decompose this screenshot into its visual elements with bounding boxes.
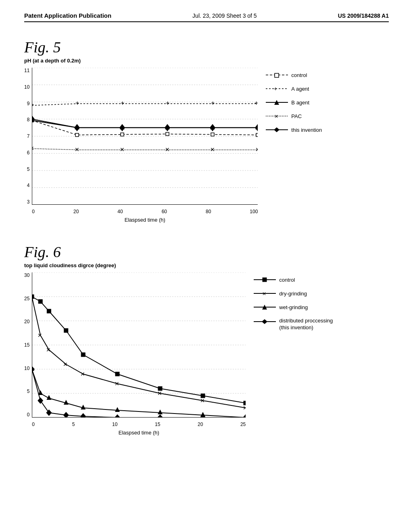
svg-rect-20 [211,133,214,136]
svg-text:✕: ✕ [255,146,258,153]
svg-marker-100 [63,412,69,418]
svg-text:✕: ✕ [165,146,170,153]
svg-text:✕: ✕ [157,390,162,397]
svg-text:✕: ✕ [32,293,34,300]
svg-rect-19 [166,133,169,136]
svg-text:+: + [32,101,34,108]
svg-text:✕: ✕ [120,146,125,153]
svg-text:✕: ✕ [115,380,119,387]
svg-text:✕: ✕ [75,146,79,153]
fig6-legend-control: control [254,276,333,283]
svg-marker-101 [81,413,86,418]
svg-rect-72 [47,309,51,313]
legend-item-pac: ✕ PAC [266,113,322,119]
legend-item-this-invention: this invention [266,127,322,133]
fig6-y-axis: 30 25 20 15 10 5 0 [24,272,32,418]
fig6-legend: control ✕ dry-grinding wet-grin [254,272,333,331]
svg-text:✕: ✕ [38,332,42,339]
header-left: Patent Application Publication [24,12,111,19]
svg-text:+: + [75,100,79,106]
svg-marker-43 [165,124,170,131]
fig5-chart-container: 11 10 9 8 7 6 5 4 3 [24,68,389,223]
fig5-section: Fig. 5 pH (at a depth of 0.2m) 11 10 9 8… [24,38,389,223]
legend-item-control: control [266,72,322,78]
svg-text:+: + [121,100,124,106]
svg-marker-42 [119,124,125,131]
svg-text:✕: ✕ [63,361,68,368]
fig5-title: Fig. 5 [24,38,389,56]
svg-marker-102 [115,414,120,418]
svg-marker-93 [115,407,120,412]
svg-text:+: + [211,100,215,106]
svg-text:✕: ✕ [200,397,205,404]
fig6-axis-wrapper: ✕ ✕ ✕ ✕ ✕ ✕ ✕ ✕ ✕ [32,272,246,436]
svg-rect-71 [39,299,43,303]
svg-text:✕: ✕ [243,405,246,411]
svg-marker-41 [74,124,80,131]
svg-text:+: + [166,100,169,106]
svg-marker-105 [243,414,246,418]
fig5-legend: control + A agent B agent [266,68,322,133]
svg-rect-47 [275,73,279,77]
fig5-x-labels: 0 20 40 60 80 100 [32,206,258,214]
svg-rect-17 [75,133,79,137]
svg-marker-94 [158,409,163,414]
fig6-x-title: Elaspsed time (h) [32,430,246,436]
header-center: Jul. 23, 2009 Sheet 3 of 5 [192,12,257,19]
svg-marker-97 [32,366,35,372]
fig6-subtitle: top liquid cloudiness digrce (degree) [24,262,389,268]
svg-rect-18 [121,133,124,136]
fig6-chart-container: 30 25 20 15 10 5 0 [24,272,389,436]
svg-marker-55 [274,127,280,132]
fig5-axis-wrapper: + + + + + + [32,68,258,223]
fig6-x-labels: 0 5 10 15 20 25 [32,419,246,427]
fig6-legend-distributed: distributed proccessing(this invention) [254,318,333,331]
header-right: US 2009/184288 A1 [338,12,389,19]
page-header: Patent Application Publication Jul. 23, … [24,12,389,22]
svg-rect-75 [115,372,119,376]
fig6-section: Fig. 6 top liquid cloudiness digrce (deg… [24,243,389,436]
fig6-title: Fig. 6 [24,243,389,261]
svg-text:✕: ✕ [210,146,215,153]
svg-text:✕: ✕ [262,291,266,297]
fig6-legend-dry: ✕ dry-grinding [254,290,333,297]
svg-text:✕: ✕ [274,114,278,119]
legend-item-b-agent: B agent [266,99,322,106]
svg-rect-73 [64,328,68,332]
svg-marker-113 [262,319,267,324]
svg-rect-21 [256,133,258,137]
svg-marker-45 [255,124,258,131]
svg-rect-74 [81,353,86,357]
fig5-chart: + + + + + + [32,68,258,205]
svg-text:✕: ✕ [46,347,51,353]
page: Patent Application Publication Jul. 23, … [0,0,413,532]
legend-item-a-agent: + A agent [266,85,322,92]
svg-text:+: + [274,85,277,92]
svg-text:✕: ✕ [80,371,85,377]
fig6-legend-wet: wet-grinding [254,304,333,310]
svg-marker-44 [210,124,215,131]
svg-text:+: + [254,100,258,106]
svg-text:✕: ✕ [32,145,34,152]
svg-rect-107 [263,278,267,282]
fig6-chart: ✕ ✕ ✕ ✕ ✕ ✕ ✕ ✕ ✕ [32,272,246,418]
fig5-x-title: Elaspsed time (h) [32,217,258,223]
svg-marker-103 [157,414,163,418]
fig5-y-axis: 11 10 9 8 7 6 5 4 3 [24,68,32,205]
fig5-subtitle: pH (at a depth of 0.2m) [24,58,389,64]
